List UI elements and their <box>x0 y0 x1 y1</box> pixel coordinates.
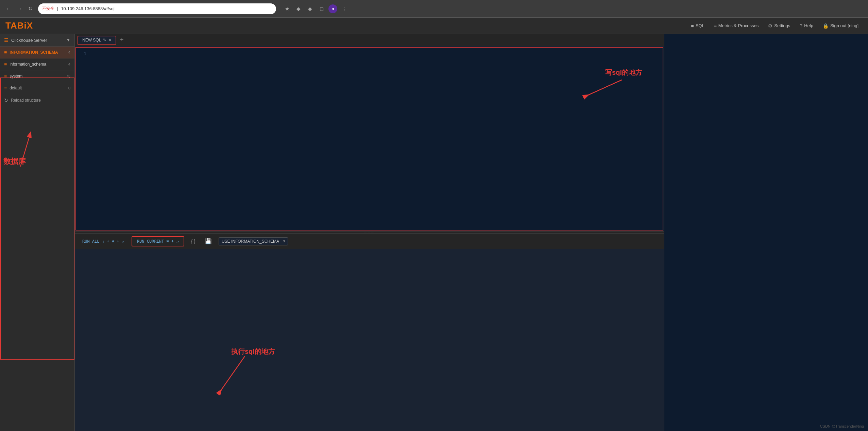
bookmark-button[interactable]: ★ <box>282 4 292 14</box>
nav-sql-label: SQL <box>696 23 704 28</box>
db-icon: ≡ <box>4 62 7 67</box>
nav-item-metrics[interactable]: ≡ Metrics & Processes <box>710 21 763 31</box>
sidebar: ☰ Clickhouse Server ▼ ≡ INFORMATION_SCHE… <box>0 34 75 431</box>
editor-tabs: NEW SQL ✎ ✕ + <box>75 34 664 46</box>
app-container: TABiX ■ SQL ≡ Metrics & Processes ⚙ Sett… <box>0 18 868 431</box>
annotation-database: 数据库 <box>3 156 26 167</box>
code-content[interactable] <box>90 48 663 230</box>
sidebar-db-item[interactable]: ≡ default 0 <box>0 82 74 94</box>
save-button[interactable]: 💾 <box>202 237 215 246</box>
browser-actions: ★ ◆ ◆ ◻ n ⋮ <box>282 4 349 14</box>
results-area <box>75 249 664 431</box>
browser-chrome: ← → ↻ 不安全 | 10.109.246.136:8888/#!/sql ★… <box>0 0 868 18</box>
format-button[interactable]: { } <box>188 237 198 245</box>
top-nav: TABiX ■ SQL ≡ Metrics & Processes ⚙ Sett… <box>0 18 868 34</box>
sidebar-server-name: Clickhouse Server <box>11 38 66 43</box>
db-select[interactable]: USE INFORMATION_SCHEMA USE information_s… <box>219 237 288 245</box>
add-tab-button[interactable]: + <box>118 36 126 44</box>
db-count: 0 <box>68 86 70 90</box>
db-count: 73 <box>66 74 70 78</box>
browser-nav-buttons: ← → ↻ <box>4 4 35 13</box>
user-avatar[interactable]: n <box>328 4 337 13</box>
sidebar-chevron-icon: ▼ <box>66 38 70 42</box>
more-button[interactable]: ⋮ <box>339 4 349 14</box>
main-content: ☰ Clickhouse Server ▼ ≡ INFORMATION_SCHE… <box>0 34 868 431</box>
nav-help-label: Help <box>804 23 813 28</box>
nav-metrics-label: Metrics & Processes <box>718 23 759 28</box>
reload-structure-button[interactable]: ↻ Reload structure <box>0 94 74 106</box>
tab-close-icon[interactable]: ✕ <box>108 38 112 42</box>
nav-item-sql[interactable]: ■ SQL <box>687 21 708 31</box>
profile-button[interactable]: ◆ <box>305 4 315 14</box>
sidebar-db-list: ≡ INFORMATION_SCHEMA 4 ≡ information_sch… <box>0 47 74 94</box>
sidebar-db-item[interactable]: ≡ information_schema 4 <box>0 58 74 70</box>
db-name: default <box>10 86 66 90</box>
db-icon: ≡ <box>4 50 7 55</box>
metrics-icon: ≡ <box>714 23 717 29</box>
sidebar-header[interactable]: ☰ Clickhouse Server ▼ <box>0 34 74 47</box>
db-select-wrapper: USE INFORMATION_SCHEMA USE information_s… <box>219 237 288 245</box>
lock-icon: 🔒 <box>823 23 829 29</box>
extension-button[interactable]: ◆ <box>294 4 303 14</box>
reload-label: Reload structure <box>11 98 41 103</box>
reload-icon: ↻ <box>4 98 8 103</box>
db-count: 4 <box>68 62 70 66</box>
forward-button[interactable]: → <box>15 4 24 13</box>
tab-edit-icon[interactable]: ✎ <box>103 38 106 42</box>
tab-label: NEW SQL <box>82 38 101 42</box>
help-icon: ? <box>800 23 802 29</box>
top-nav-items: ■ SQL ≡ Metrics & Processes ⚙ Settings ?… <box>687 21 863 31</box>
code-editor[interactable]: 1 写sql的地方 <box>75 47 663 230</box>
nav-item-help[interactable]: ? Help <box>796 21 817 31</box>
nav-signout-label: Sign out [ning] <box>830 23 858 28</box>
app-logo: TABiX <box>5 20 33 31</box>
editor-tab-new-sql[interactable]: NEW SQL ✎ ✕ <box>78 36 116 45</box>
sidebar-menu-icon: ☰ <box>4 37 8 43</box>
url-divider: | <box>57 6 58 11</box>
sidebar-db-item[interactable]: ≡ system 73 <box>0 70 74 82</box>
run-current-button[interactable]: RUN CURRENT ⌘ + ↵ <box>132 236 184 246</box>
svg-line-1 <box>20 133 31 167</box>
refresh-button[interactable]: ↻ <box>26 4 35 13</box>
sidebar-db-item[interactable]: ≡ INFORMATION_SCHEMA 4 <box>0 47 74 58</box>
db-icon: ≡ <box>4 73 7 79</box>
address-bar[interactable]: 不安全 | 10.109.246.136:8888/#!/sql <box>38 3 276 14</box>
editor-toolbar: RUN ALL ⇧ + ⌘ + ↵ RUN CURRENT ⌘ + ↵ { } … <box>75 233 664 249</box>
db-name: INFORMATION_SCHEMA <box>10 50 66 55</box>
run-all-button[interactable]: RUN ALL ⇧ + ⌘ + ↵ <box>79 237 127 246</box>
security-warning: 不安全 <box>42 6 54 12</box>
right-panel <box>664 34 868 431</box>
nav-item-settings[interactable]: ⚙ Settings <box>764 21 794 31</box>
editor-area: NEW SQL ✎ ✕ + 1 写sql的地方 <box>75 34 664 431</box>
db-icon: ≡ <box>4 85 7 91</box>
nav-item-signout[interactable]: 🔒 Sign out [ning] <box>819 21 863 31</box>
settings-icon: ⚙ <box>768 23 772 29</box>
line-numbers: 1 <box>76 48 90 230</box>
address-text: 10.109.246.136:8888/#!/sql <box>61 6 115 11</box>
line-number: 1 <box>76 50 86 57</box>
sql-icon: ■ <box>691 23 694 29</box>
back-button[interactable]: ← <box>4 4 13 13</box>
db-count: 4 <box>68 50 70 54</box>
window-button[interactable]: ◻ <box>317 4 326 14</box>
watermark: CSDN @TranscenderNing <box>820 424 864 428</box>
db-name: system <box>10 74 64 79</box>
db-name: information_schema <box>10 62 66 67</box>
nav-settings-label: Settings <box>774 23 790 28</box>
